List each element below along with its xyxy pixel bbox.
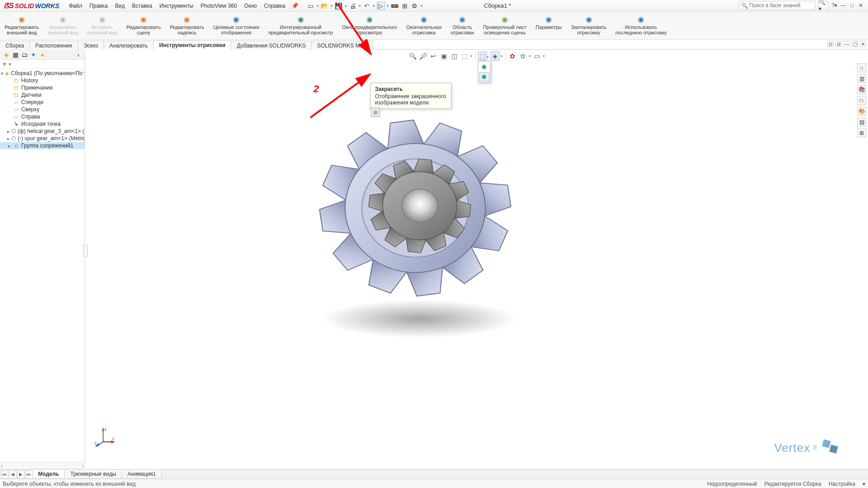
display-style-button[interactable]: ⬚ bbox=[478, 52, 487, 61]
display-shaded-edges[interactable]: ⬢ bbox=[479, 62, 489, 71]
menu-view[interactable]: Вид bbox=[112, 2, 128, 10]
zoom-fit-icon[interactable]: 🔍 bbox=[408, 52, 417, 61]
panel-min-icon[interactable]: — bbox=[844, 41, 850, 47]
command-tab-5[interactable]: Добавления SOLIDWORKS bbox=[231, 41, 312, 50]
command-tab-4[interactable]: Инструменты отрисовки bbox=[153, 40, 232, 50]
orientation-triad[interactable]: y x z bbox=[94, 426, 112, 445]
appearance-panel-icon[interactable]: ▤ bbox=[857, 118, 866, 127]
tree-item-0[interactable]: 🗀History bbox=[0, 77, 85, 84]
search-input[interactable] bbox=[739, 1, 816, 10]
splitter-handle[interactable] bbox=[83, 244, 88, 257]
home-icon[interactable]: ⌂ bbox=[857, 63, 866, 72]
ribbon-item-12[interactable]: ◉Запланироватьотрисовку bbox=[567, 14, 611, 36]
menu-file[interactable]: Файл bbox=[66, 2, 85, 10]
plane-icon: ▱ bbox=[13, 99, 19, 105]
command-tab-1[interactable]: Расположение bbox=[29, 41, 78, 50]
render-icon[interactable]: ▭ bbox=[532, 52, 541, 61]
ribbon-item-4[interactable]: ◉Редактироватьнадпись bbox=[165, 14, 209, 36]
tree-item-9[interactable]: ▸⎌Группа сопряжений1 bbox=[0, 142, 85, 149]
settings-icon[interactable]: ⚙ bbox=[411, 2, 419, 10]
ribbon-item-0[interactable]: ◉Редактироватьвнешний вид bbox=[0, 14, 43, 36]
section-view-icon[interactable]: ▣ bbox=[439, 52, 448, 61]
tree-item-5[interactable]: ▱Справа bbox=[0, 113, 85, 120]
tab-nav-prev[interactable]: ◀ bbox=[9, 470, 16, 479]
ribbon-item-13[interactable]: ◉Использоватьпоследнюю отрисовку bbox=[611, 14, 671, 36]
menu-photoview[interactable]: PhotoView 360 bbox=[197, 2, 240, 10]
tree-item-2[interactable]: 🗀Датчики bbox=[0, 91, 85, 99]
filter-bar[interactable]: ▼ ▾ bbox=[0, 60, 85, 69]
custom-icon[interactable]: ⊞ bbox=[857, 128, 866, 137]
scroll-left-icon[interactable]: ‹ bbox=[1, 463, 3, 469]
display-shaded[interactable]: ⬣ bbox=[479, 72, 489, 81]
open-icon[interactable]: 📂 bbox=[321, 2, 329, 10]
tree-item-6[interactable]: ↳Исходная точка bbox=[0, 120, 85, 128]
pin-icon[interactable]: 📌 bbox=[291, 2, 299, 9]
tree-item-4[interactable]: ▱Сверху bbox=[0, 106, 85, 113]
rebuild-icon[interactable]: 🚥 bbox=[391, 2, 399, 10]
appearance-icon[interactable]: ✿ bbox=[518, 52, 527, 61]
ribbon-item-3[interactable]: ◉Редактироватьсцену bbox=[122, 14, 165, 36]
ribbon-label: Целевые состояния bbox=[213, 24, 259, 30]
zoom-area-icon[interactable]: 🔎 bbox=[418, 52, 427, 61]
panel-close-icon[interactable]: ✕ bbox=[860, 41, 866, 47]
minimize-button[interactable]: — bbox=[840, 2, 847, 9]
resources-icon[interactable]: ▥ bbox=[857, 74, 866, 83]
search-go-button[interactable]: 🔍▾ bbox=[818, 1, 828, 10]
tab-nav-next[interactable]: ▶ bbox=[17, 470, 24, 479]
help-button[interactable]: ?▾ bbox=[831, 2, 838, 9]
view-orient-icon[interactable]: ◫ bbox=[450, 52, 459, 61]
view-palette-icon[interactable]: 🎨 bbox=[857, 107, 866, 116]
menu-insert[interactable]: Вставка bbox=[129, 2, 156, 10]
tab-anim1[interactable]: Анимация1 bbox=[122, 470, 162, 479]
library-icon[interactable]: 📚 bbox=[857, 85, 866, 94]
tree-root[interactable]: ▾◈Сборка1 (По умолчанию<По у bbox=[0, 70, 85, 77]
ribbon-item-6[interactable]: ◉Интегрированныйпредварительный просмотр bbox=[264, 14, 337, 36]
tree-item-1[interactable]: 🗀Примечания bbox=[0, 84, 85, 91]
search-area: 🔍 🔍▾ ?▾ — □ ✕ bbox=[739, 1, 864, 10]
panel-expand-icon[interactable]: ⊡ bbox=[827, 41, 834, 47]
view-cube-icon[interactable]: ⬚ bbox=[460, 52, 469, 61]
ribbon-item-5[interactable]: ◉Целевые состоянияотображения bbox=[209, 14, 264, 36]
menu-edit[interactable]: Правка bbox=[86, 2, 111, 10]
graphics-viewport[interactable]: 🔍 🔎 ↩ ▣ ◫ ⬚▾ ⬚▾ ⬢ ⬣ ◈▾ ✿ ✿▾ ▭▾ Закрасить… bbox=[85, 50, 868, 476]
ribbon-item-8[interactable]: ◉Окончательнаяотрисовка bbox=[402, 14, 446, 36]
tree-scrollbar[interactable]: ‹ › bbox=[0, 462, 85, 469]
explorer-icon[interactable]: 🗀 bbox=[857, 96, 866, 105]
ribbon-item-10[interactable]: ◉Проверочный листосвещения сцены bbox=[479, 14, 531, 36]
maximize-button[interactable]: □ bbox=[849, 2, 856, 9]
tree-item-3[interactable]: ▱Спереди bbox=[0, 99, 85, 106]
tab-nav-first[interactable]: ⏮ bbox=[1, 470, 8, 479]
menu-tools[interactable]: Инструменты bbox=[157, 2, 197, 10]
hidden-lines-button[interactable]: ◈ bbox=[490, 52, 499, 61]
options-icon[interactable]: ⊞ bbox=[401, 2, 409, 10]
prev-view-icon[interactable]: ↩ bbox=[429, 52, 438, 61]
dim-tab-icon[interactable]: ✦ bbox=[29, 51, 38, 59]
close-button[interactable]: ✕ bbox=[857, 2, 864, 9]
svg-rect-17 bbox=[829, 445, 838, 454]
config-tab-icon[interactable]: 🗂 bbox=[20, 51, 28, 59]
tree-item-8[interactable]: ▸⬡(-) spur gear_am<1> (Metric bbox=[0, 135, 85, 142]
status-dropdown-icon[interactable]: ▾ bbox=[863, 481, 865, 487]
command-tab-3[interactable]: Анализировать bbox=[104, 41, 154, 50]
scroll-right-icon[interactable]: › bbox=[82, 463, 84, 469]
scene-icon[interactable]: ✿ bbox=[508, 52, 517, 61]
tab-model[interactable]: Модель bbox=[32, 470, 65, 479]
panel-more-icon[interactable]: › bbox=[74, 51, 82, 59]
ribbon-item-11[interactable]: ◉Параметры bbox=[531, 14, 567, 31]
menu-help[interactable]: Справка bbox=[261, 2, 289, 10]
panel-max-icon[interactable]: ▢ bbox=[852, 41, 858, 47]
display-tab-icon[interactable]: ● bbox=[38, 51, 47, 59]
feature-tree-tab-icon[interactable]: ◈ bbox=[2, 51, 10, 59]
ribbon-item-9[interactable]: ◉Областьотрисовки bbox=[446, 14, 479, 36]
menu-window[interactable]: Окно bbox=[241, 2, 260, 10]
vertex-watermark: Vertex® bbox=[774, 437, 841, 458]
command-tab-2[interactable]: Эскиз bbox=[78, 41, 104, 50]
status-config[interactable]: Настройка bbox=[829, 481, 855, 487]
tab-nav-last[interactable]: ⏭ bbox=[25, 470, 33, 479]
command-tab-0[interactable]: Сборка bbox=[0, 41, 30, 50]
new-icon[interactable]: ▭ bbox=[307, 2, 315, 10]
panel-collapse-icon[interactable]: ⊟ bbox=[835, 41, 842, 47]
property-tab-icon[interactable]: ▦ bbox=[11, 51, 19, 59]
tree-item-7[interactable]: ▸⬡(ф) helical gear_3_am<1> (M bbox=[0, 128, 85, 135]
tab-3dviews[interactable]: Трехмерные виды bbox=[64, 470, 122, 479]
